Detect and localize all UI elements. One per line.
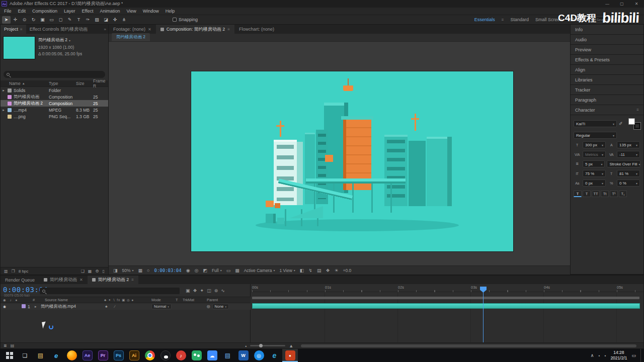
tsume-field[interactable]: 0 % bbox=[617, 179, 640, 187]
fast-previews-icon[interactable]: ↯ bbox=[308, 268, 312, 273]
column-size[interactable]: Size bbox=[76, 81, 93, 86]
always-preview-icon[interactable]: ◨ bbox=[113, 268, 118, 273]
eyedropper-icon[interactable]: ✐ bbox=[619, 121, 623, 126]
camera-tool-icon[interactable]: ▣ bbox=[38, 16, 47, 24]
tray-expand-icon[interactable]: ∧ bbox=[591, 353, 594, 358]
taskbar-illustrator[interactable]: Ai bbox=[126, 349, 142, 362]
menu-composition[interactable]: Composition bbox=[32, 9, 57, 14]
tab-composition[interactable]: Composition: 简约楼房动画 2 ≡ bbox=[156, 25, 234, 34]
taskbar-wechat[interactable] bbox=[189, 349, 204, 362]
parent-select[interactable]: None bbox=[212, 304, 229, 309]
work-area-bar[interactable] bbox=[252, 297, 639, 299]
show-desktop-button[interactable] bbox=[640, 349, 642, 362]
show-snapshot-icon[interactable]: ◎ bbox=[195, 268, 199, 273]
layer-label-chip[interactable] bbox=[22, 304, 28, 309]
exposure-value[interactable]: +0.0 bbox=[343, 268, 352, 273]
taskbar-firefox[interactable] bbox=[64, 349, 79, 362]
project-settings-icon[interactable]: ⚙ bbox=[95, 269, 99, 274]
delete-item-icon[interactable]: ▯ bbox=[103, 269, 105, 274]
mask-visibility-icon[interactable]: ○ bbox=[147, 268, 149, 273]
composition-viewport[interactable] bbox=[109, 42, 570, 265]
proxy-icon[interactable]: ❐ bbox=[12, 269, 15, 274]
faux-italic-button[interactable]: T bbox=[583, 191, 591, 197]
panel-tracker[interactable]: Tracker bbox=[571, 85, 643, 95]
horizontal-scale-field[interactable]: 81 % bbox=[617, 170, 640, 177]
taskbar-cloud-drive[interactable]: ☁ bbox=[204, 349, 220, 362]
comp-mini-flowchart-icon[interactable]: ▣ bbox=[186, 288, 190, 293]
taskbar-chrome[interactable] bbox=[142, 349, 157, 362]
type-tool-icon[interactable]: T bbox=[74, 16, 83, 24]
timeline-search[interactable] bbox=[40, 288, 180, 294]
close-button[interactable]: ✕ bbox=[630, 2, 642, 6]
notification-center-icon[interactable]: ▭ bbox=[631, 353, 636, 358]
zoom-in-icon[interactable]: ▲ bbox=[289, 343, 293, 348]
panel-libraries[interactable]: Libraries bbox=[571, 75, 643, 84]
layer-switches[interactable]: ♣ ∕ bbox=[104, 305, 151, 308]
taskbar-photoshop[interactable]: Ps bbox=[111, 349, 126, 362]
fill-color-swatch[interactable] bbox=[628, 118, 635, 125]
pan-behind-tool-icon[interactable]: ▭ bbox=[47, 16, 56, 24]
frame-blending-icon[interactable]: ◫ bbox=[207, 288, 211, 293]
pixel-aspect-icon[interactable]: ◧ bbox=[300, 268, 304, 273]
taskbar-task-view[interactable]: ❏ bbox=[17, 349, 33, 362]
tab-timeline-comp2[interactable]: 简约楼房动画 2 ≡ bbox=[88, 276, 138, 284]
transparency-grid-icon[interactable]: ▩ bbox=[235, 268, 239, 273]
composition-canvas[interactable] bbox=[191, 71, 513, 251]
panel-menu-icon[interactable]: ≡ bbox=[131, 278, 134, 282]
menu-window[interactable]: Window bbox=[143, 9, 159, 14]
rotation-tool-icon[interactable]: ↻ bbox=[29, 16, 38, 24]
menu-edit[interactable]: Edit bbox=[18, 9, 26, 14]
fill-stroke-swatches[interactable] bbox=[628, 118, 640, 129]
vertical-scale-field[interactable]: 75 % bbox=[583, 170, 606, 177]
panel-info[interactable]: Info bbox=[571, 25, 643, 34]
motion-blur-icon[interactable]: ⊛ bbox=[214, 288, 218, 293]
grid-guides-icon[interactable]: ▦ bbox=[138, 268, 143, 273]
font-family-select[interactable]: KaiTi bbox=[574, 120, 617, 127]
region-of-interest-icon[interactable]: ▭ bbox=[226, 268, 231, 273]
hand-tool-icon[interactable]: ✛ bbox=[11, 16, 20, 24]
menu-effect[interactable]: Effect bbox=[82, 9, 94, 14]
taskbar-file-explorer[interactable]: ▤ bbox=[33, 349, 48, 362]
all-caps-button[interactable]: TT bbox=[592, 191, 600, 197]
close-tab-icon[interactable]: ✕ bbox=[148, 27, 151, 32]
maximize-button[interactable]: ▢ bbox=[616, 2, 628, 6]
workspace-menu-icon[interactable]: ≡ bbox=[502, 18, 504, 22]
layer-row-1[interactable]: ◉ 1 ▸ 简约楼房动画.mp4 ♣ ∕ Normal ◎ None bbox=[1, 303, 251, 310]
layer-visibility-icon[interactable]: ◉ bbox=[1, 305, 10, 309]
taskbar-browser-compass[interactable]: ◎ bbox=[251, 349, 267, 362]
mini-timeline-icon[interactable]: ▤ bbox=[317, 268, 321, 273]
taskbar-word[interactable]: W bbox=[235, 349, 251, 362]
brush-tool-icon[interactable]: ✑ bbox=[84, 16, 92, 24]
pen-tool-icon[interactable]: ✎ bbox=[65, 16, 74, 24]
column-name[interactable]: Name▲ bbox=[1, 81, 49, 86]
puppet-pin-tool-icon[interactable]: ⋔ bbox=[120, 16, 128, 24]
timeline-options-icon[interactable]: ≣ bbox=[4, 343, 7, 348]
panel-character[interactable]: Character ≡ bbox=[571, 105, 643, 115]
help-search-input[interactable] bbox=[593, 17, 639, 23]
column-parent[interactable]: Parent bbox=[207, 298, 251, 302]
superscript-button[interactable]: T¹ bbox=[610, 191, 618, 197]
show-channel-icon[interactable]: ◩ bbox=[203, 268, 207, 273]
layer-source-name[interactable]: 简约楼房动画.mp4 bbox=[41, 304, 104, 310]
tab-overflow-icon[interactable]: » bbox=[102, 27, 108, 32]
taskbar-qq[interactable] bbox=[157, 349, 173, 362]
shape-tool-icon[interactable]: ◻ bbox=[56, 16, 65, 24]
parent-pickwhip-icon[interactable]: ◎ bbox=[207, 304, 210, 309]
tray-icon[interactable]: ● bbox=[598, 354, 600, 357]
column-type[interactable]: Type bbox=[49, 81, 76, 86]
workspace-essentials[interactable]: Essentials bbox=[474, 17, 495, 22]
snapshot-icon[interactable]: ◉ bbox=[186, 268, 190, 273]
column-mode[interactable]: Mode bbox=[151, 298, 176, 302]
comp-marker-icon[interactable]: ▤ bbox=[11, 343, 15, 348]
graph-editor-icon[interactable]: ∿ bbox=[221, 288, 225, 293]
taskbar-screen-recorder[interactable]: ● bbox=[282, 349, 298, 362]
tab-timeline-comp1[interactable]: 简约楼房动画 ✕ bbox=[39, 276, 88, 284]
layer-duration-bar[interactable] bbox=[252, 303, 640, 309]
project-search-input[interactable] bbox=[12, 72, 102, 77]
clone-stamp-tool-icon[interactable]: ▨ bbox=[93, 16, 101, 24]
workspace-libraries[interactable]: Libraries bbox=[569, 17, 586, 22]
font-size-select[interactable]: 300 px bbox=[583, 141, 606, 148]
stroke-width-select[interactable]: 5 px bbox=[583, 160, 605, 167]
snapping-toggle[interactable]: Snapping bbox=[173, 17, 198, 22]
selected-comp-name[interactable]: 简约楼房动画 2 bbox=[38, 37, 82, 43]
